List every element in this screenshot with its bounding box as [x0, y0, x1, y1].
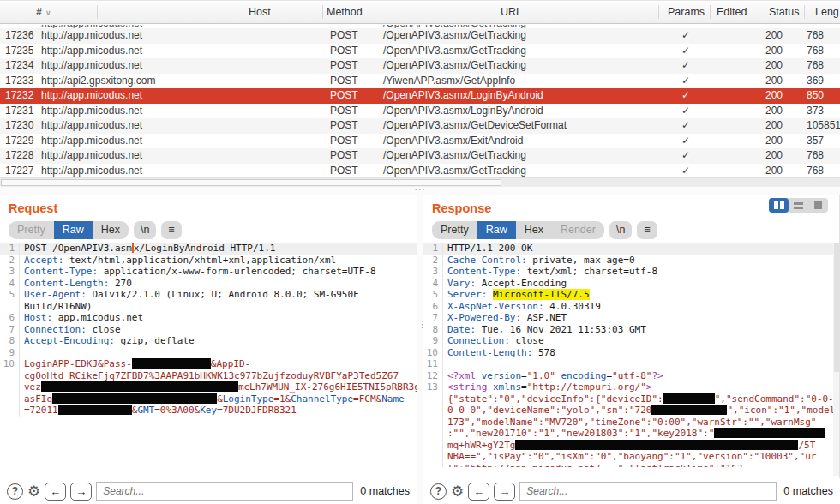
tab-pretty[interactable]: Pretty: [432, 221, 477, 239]
column-divider[interactable]: [97, 5, 98, 19]
line-content: X-AspNet-Version: 4.0.30319: [442, 301, 840, 313]
table-row[interactable]: 17228http://app.micodus.netPOST/OpenAPIV…: [0, 148, 840, 164]
table-row[interactable]: 17229http://app.micodus.netPOST/OpenAPIV…: [0, 134, 840, 149]
code-text: Accept-Encoding: [476, 278, 567, 289]
line-number: [0, 405, 19, 417]
line-number: 7: [423, 312, 442, 324]
cell-url: /OpenAPIV3.asmx/ExitAndroid: [383, 134, 523, 149]
line-number: 11: [423, 358, 442, 370]
request-panel-title: Request: [9, 201, 417, 215]
column-header-num[interactable]: #∨: [36, 6, 51, 18]
table-row[interactable]: 17236http://app.micodus.netPOST/OpenAPIV…: [0, 28, 840, 44]
editor-menu-icon[interactable]: ≡: [161, 221, 181, 239]
response-search-input[interactable]: [519, 482, 777, 501]
request-search-input[interactable]: [96, 482, 353, 501]
tab-hex[interactable]: Hex: [93, 221, 129, 239]
table-row[interactable]: 17230http://app.micodus.netPOST/OpenAPIV…: [0, 118, 840, 134]
cell-method: POST: [330, 88, 358, 104]
line-number: 4: [0, 278, 19, 290]
table-row[interactable]: 17231http://app.micodus.netPOST/OpenAPIV…: [0, 104, 840, 119]
single-pane-view-button[interactable]: [808, 198, 828, 213]
code-text: =: [521, 370, 527, 381]
gear-icon[interactable]: ⚙: [27, 484, 40, 499]
tab-raw[interactable]: Raw: [477, 221, 516, 239]
scrollbar-thumb[interactable]: [1, 179, 501, 186]
column-divider[interactable]: [658, 5, 659, 19]
code-text: Build/R16NW): [24, 301, 92, 312]
column-header-method[interactable]: Method: [327, 6, 363, 18]
tab-pretty[interactable]: Pretty: [9, 221, 54, 239]
column-divider[interactable]: [804, 5, 805, 19]
table-row[interactable]: 17234http://app.micodus.netPOST/OpenAPIV…: [0, 58, 840, 74]
cell-status: 200: [765, 44, 783, 59]
code-text: /5T: [798, 440, 815, 451]
column-divider[interactable]: [375, 5, 375, 19]
previous-match-button[interactable]: ←: [45, 483, 66, 501]
response-tab-group: PrettyRawHexRender: [432, 221, 604, 239]
table-row[interactable]: 17227http://app.micodus.netPOST/OpenAPIV…: [0, 164, 840, 179]
table-row[interactable]: 17233http://api2.gpsxitong.comPOST/Yiwen…: [0, 74, 840, 89]
column-divider[interactable]: [710, 5, 711, 19]
column-divider[interactable]: [753, 5, 753, 19]
help-icon[interactable]: ?: [430, 483, 447, 500]
help-icon[interactable]: ?: [7, 483, 23, 500]
tab-hex[interactable]: Hex: [516, 221, 552, 239]
line-number: 10: [423, 347, 442, 359]
code-text: 270: [109, 278, 132, 289]
table-row[interactable]: 17235http://app.micodus.netPOST/OpenAPIV…: [0, 44, 840, 59]
request-match-count: 0 matches: [360, 485, 410, 497]
params-checkmark-icon: ✓: [681, 148, 690, 164]
response-editor[interactable]: 1HTTP/1.1 200 OK2Cache-Control: private,…: [423, 243, 840, 476]
newline-toggle-button[interactable]: \n: [134, 221, 156, 239]
redaction-box: [52, 393, 217, 404]
newline-toggle-button[interactable]: \n: [609, 221, 632, 239]
previous-match-button[interactable]: ←: [468, 483, 489, 501]
table-row[interactable]: 17232http://app.micodus.netPOST/OpenAPIV…: [0, 88, 840, 104]
code-text: &: [217, 393, 223, 405]
gear-icon[interactable]: ⚙: [451, 484, 464, 499]
horizontal-splitter-grip[interactable]: ⋯: [0, 187, 840, 195]
tab-render[interactable]: Render: [552, 221, 604, 239]
line-content: LoginAPP-EDKJ&Pass-&AppID-: [19, 358, 417, 370]
request-editor[interactable]: 1POST /OpenAPIV3.asmx/LoginByAndroid HTT…: [0, 243, 417, 476]
cell-host: http://app.micodus.net: [41, 28, 142, 44]
code-text: vez: [24, 381, 41, 393]
tab-raw[interactable]: Raw: [54, 221, 93, 239]
cell-method: POST: [330, 164, 358, 179]
split-rows-view-button[interactable]: [789, 198, 808, 213]
line-content: Cache-Control: private, max-age=0: [442, 255, 840, 267]
vertical-splitter-grip[interactable]: ⋮: [417, 195, 423, 504]
column-header-host[interactable]: Host: [249, 6, 271, 18]
code-text: Cache-Control:: [447, 255, 527, 266]
line-number: [423, 440, 442, 452]
cell-number: 17236: [5, 28, 33, 44]
code-line: 4Content-Length: 270: [0, 278, 417, 290]
line-content: mq+hWR+gY2Tg/5T: [442, 440, 840, 452]
code-text: Content-Type:: [24, 266, 98, 277]
code-line: :"","new201710":"1","new201803":"1","key…: [423, 428, 840, 440]
code-line: mq+hWR+gY2Tg/5T: [423, 440, 840, 452]
code-text: Host:: [24, 312, 52, 323]
line-content: Server: Microsoft-IIS/7.5: [442, 289, 840, 301]
column-header-url[interactable]: URL: [501, 6, 522, 18]
cell-host: http://app.micodus.net: [41, 148, 142, 164]
code-text: l":"http://app.micodus.net/...","lastTra…: [447, 463, 742, 467]
cell-url: /OpenAPIV3.asmx/GetTracking: [383, 28, 526, 44]
column-header-edited[interactable]: Edited: [717, 6, 747, 18]
line-content: [19, 347, 417, 359]
line-content: 0-0-0","deviceName":"yolo","sn":"720","i…: [442, 405, 840, 417]
code-line: 2Accept: text/html,application/xhtml+xml…: [0, 255, 417, 267]
line-number: 10: [0, 358, 19, 370]
next-match-button[interactable]: →: [494, 483, 515, 501]
request-panel: Request PrettyRawHex\n≡ 1POST /OpenAPIV3…: [0, 195, 417, 504]
column-header-status[interactable]: Status: [769, 6, 799, 18]
next-match-button[interactable]: →: [70, 483, 92, 501]
column-divider[interactable]: [322, 5, 323, 19]
cell-length: 768: [807, 58, 824, 74]
code-text: close: [510, 335, 544, 346]
column-header-leng[interactable]: Leng: [815, 6, 839, 18]
column-header-params[interactable]: Params: [668, 6, 705, 18]
editor-menu-icon[interactable]: ≡: [637, 221, 657, 239]
split-columns-view-button[interactable]: [769, 198, 789, 213]
code-line: 0-0-0","deviceName":"yolo","sn":"720","i…: [423, 405, 840, 417]
